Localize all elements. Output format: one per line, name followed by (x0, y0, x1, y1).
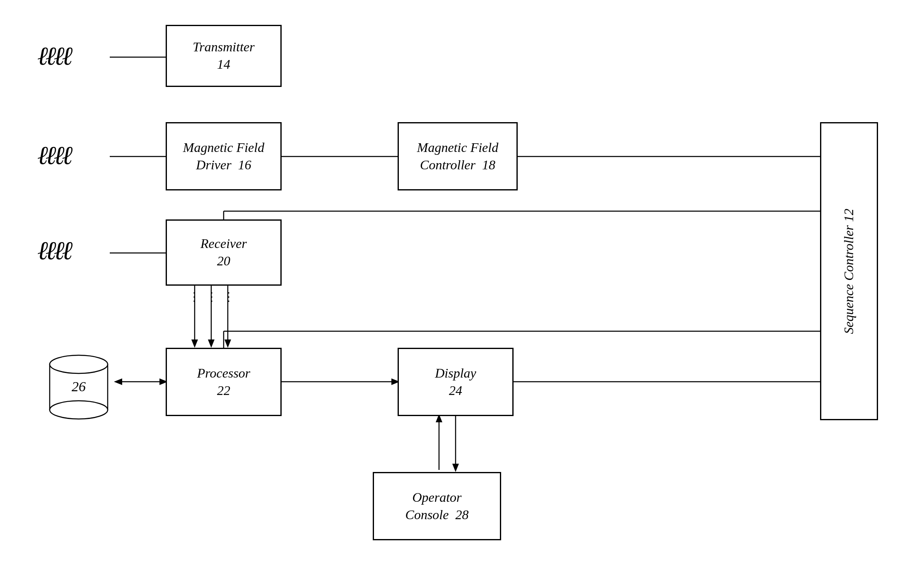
display-box: Display24 (398, 348, 514, 416)
mag-controller-box: Magnetic FieldController 18 (398, 122, 518, 190)
receiver-label: Receiver20 (200, 235, 247, 270)
svg-point-26 (50, 355, 108, 373)
transmitter-box: Transmitter14 (166, 25, 282, 87)
svg-text:26: 26 (72, 379, 86, 394)
svg-marker-10 (224, 339, 231, 348)
svg-point-27 (50, 401, 108, 419)
operator-console-box: OperatorConsole 28 (373, 472, 501, 540)
svg-marker-6 (191, 339, 198, 348)
receiver-box: Receiver20 (166, 219, 282, 286)
sequence-controller-label: Sequence Controller 12 (840, 209, 858, 334)
operator-console-label: OperatorConsole 28 (405, 489, 469, 523)
coil-transmitter: ℓℓℓℓ (37, 41, 70, 71)
coil-mag-driver: ℓℓℓℓ (37, 141, 70, 170)
display-label: Display24 (435, 365, 476, 399)
svg-marker-20 (452, 464, 459, 472)
transmitter-label: Transmitter14 (193, 39, 254, 73)
diagram: ℓℓℓℓ ℓℓℓℓ ℓℓℓℓ Transmitter14 Magnetic Fi… (0, 0, 924, 585)
svg-marker-8 (208, 339, 215, 348)
dots-left: ⋮ (188, 290, 202, 303)
mag-driver-label: Magnetic FieldDriver 16 (183, 139, 264, 173)
mag-controller-label: Magnetic FieldController 18 (417, 139, 498, 173)
processor-box: Processor22 (166, 348, 282, 416)
sequence-controller-box: Sequence Controller 12 (820, 122, 878, 420)
processor-label: Processor22 (197, 365, 251, 399)
mag-driver-box: Magnetic FieldDriver 16 (166, 122, 282, 190)
coil-receiver: ℓℓℓℓ (37, 236, 70, 265)
database-cylinder: 26 (46, 350, 116, 420)
dots-right: ⋮ (223, 290, 236, 303)
dots-middle: ⋮ (206, 290, 219, 303)
